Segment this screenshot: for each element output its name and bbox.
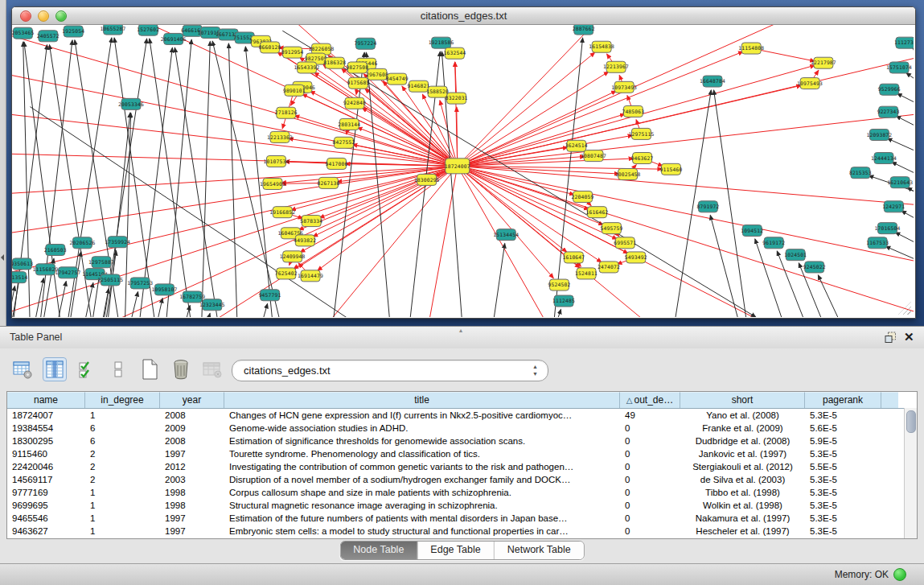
graph-node[interactable]: 12323445: [199, 299, 225, 311]
table-cell[interactable]: 0: [620, 512, 680, 525]
graph-node[interactable]: 12093872: [866, 129, 892, 140]
graph-node[interactable]: 2803144: [338, 118, 360, 130]
table-cell[interactable]: Corpus callosum shape and size in male p…: [224, 486, 620, 499]
table-cell[interactable]: 5.3E-5: [805, 486, 881, 499]
graph-node[interactable]: 8912954: [281, 47, 304, 58]
table-cell[interactable]: 5.6E-5: [805, 422, 881, 435]
table-cell[interactable]: 6: [85, 435, 160, 447]
table-cell[interactable]: 0: [620, 499, 680, 512]
table-cell[interactable]: 0: [620, 447, 680, 460]
graph-node[interactable]: 3913514: [12, 272, 28, 283]
graph-node[interactable]: 1242971: [882, 201, 905, 212]
graph-node[interactable]: 7957224: [354, 38, 376, 49]
table-cell[interactable]: Changes of HCN gene expression and I(f) …: [224, 409, 620, 422]
graph-node[interactable]: 17016504: [875, 223, 901, 234]
graph-node[interactable]: 5878334: [300, 216, 322, 227]
graph-node[interactable]: 2204059: [572, 191, 594, 202]
table-row[interactable]: 977716911998Corpus callosum shape and si…: [7, 486, 917, 499]
graph-node[interactable]: 9175685: [347, 77, 369, 89]
graph-node[interactable]: 5493492: [625, 252, 647, 263]
graph-node[interactable]: 10107534: [263, 156, 289, 167]
table-cell[interactable]: 2003: [160, 473, 224, 486]
table-cell[interactable]: 1: [85, 512, 160, 525]
graph-node[interactable]: 9890101: [283, 84, 306, 96]
new-column-icon[interactable]: [138, 358, 161, 381]
table-cell[interactable]: 0: [620, 525, 680, 538]
table-cell[interactable]: Embryonic stem cells: a model to study s…: [224, 525, 620, 538]
network-canvas[interactable]: 1872400718300295205346524055721925054106…: [12, 25, 914, 317]
graph-node[interactable]: 8427552: [333, 137, 355, 148]
graph-node[interactable]: 1925054: [62, 26, 84, 37]
graph-node[interactable]: 20053346: [118, 98, 144, 109]
table-cell[interactable]: Tibbo et al. (1998): [680, 486, 805, 499]
graph-node[interactable]: 8660128: [259, 42, 281, 53]
graph-node[interactable]: 1524811: [575, 268, 598, 279]
table-cell[interactable]: 5.3E-5: [805, 499, 881, 512]
table-cell[interactable]: Estimation of significance thresholds fo…: [224, 435, 620, 447]
table-cell[interactable]: de Silva et al. (2003): [680, 473, 805, 486]
graph-node[interactable]: 10807487: [581, 150, 606, 162]
graph-node[interactable]: 9115460: [659, 163, 682, 175]
table-vertical-scrollbar[interactable]: [904, 408, 917, 538]
graph-node[interactable]: 3624514: [565, 140, 588, 151]
panel-splitter-handle[interactable]: ▴: [459, 327, 462, 334]
table-cell[interactable]: Jankovic et al. (1997): [680, 447, 805, 460]
table-cell[interactable]: 6: [85, 422, 160, 435]
table-cell[interactable]: 1: [85, 486, 160, 499]
graph-node[interactable]: 15134454: [493, 229, 519, 241]
table-row[interactable]: 969969511998Structural magnetic resonanc…: [7, 499, 917, 512]
table-cell[interactable]: 5.3E-5: [805, 512, 881, 525]
table-cell[interactable]: 2008: [160, 435, 224, 447]
table-cell[interactable]: 2012: [160, 460, 224, 473]
graph-node[interactable]: 1616462: [586, 207, 609, 218]
graph-node[interactable]: 12505115: [97, 274, 123, 286]
graph-node[interactable]: 1610647: [562, 252, 585, 263]
table-cell[interactable]: 5.3E-5: [805, 409, 881, 422]
graph-node[interactable]: 9350613: [12, 258, 33, 270]
show-columns-icon[interactable]: [43, 357, 67, 381]
graph-node[interactable]: 2718126: [275, 107, 298, 118]
graph-node[interactable]: 8267130: [318, 177, 340, 188]
table-cell[interactable]: Wolkin et al. (1998): [680, 499, 805, 512]
table-cell[interactable]: 5.3E-5: [805, 447, 881, 460]
column-header-title[interactable]: title: [224, 392, 620, 408]
table-row[interactable]: 911546021997Tourette syndrome. Phenomeno…: [7, 447, 917, 460]
delete-table-icon[interactable]: [201, 358, 224, 381]
column-header-out_de[interactable]: △out_de…: [620, 392, 680, 408]
graph-node[interactable]: 10958107: [151, 284, 177, 295]
left-panel-splitter[interactable]: [0, 0, 6, 326]
table-cell[interactable]: 18724007: [7, 409, 85, 422]
tab-node-table[interactable]: Node Table: [340, 542, 417, 559]
table-cell[interactable]: 1998: [160, 499, 224, 512]
graph-node[interactable]: 1632544: [443, 47, 466, 59]
graph-node[interactable]: 10025458: [615, 168, 641, 179]
table-row[interactable]: 1830029562008Estimation of significance …: [7, 435, 917, 447]
graph-node[interactable]: 5495759: [600, 223, 622, 234]
table-cell[interactable]: Disruption of a novel member of a sodium…: [224, 473, 620, 486]
table-cell[interactable]: 5.5E-5: [805, 460, 881, 473]
table-cell[interactable]: 5.9E-5: [805, 435, 881, 447]
graph-node[interactable]: 12409948: [280, 251, 306, 262]
graph-node[interactable]: 12213967: [603, 61, 629, 72]
graph-node[interactable]: 9529966: [878, 84, 901, 95]
memory-status-dot[interactable]: [893, 568, 906, 581]
table-cell[interactable]: 0: [620, 486, 680, 499]
graph-node[interactable]: 7485063: [622, 105, 644, 117]
table-row[interactable]: 1938455462009Genome-wide association stu…: [7, 422, 917, 435]
table-cell[interactable]: 18300295: [7, 435, 85, 447]
graph-node[interactable]: 2887662: [573, 25, 595, 35]
table-cell[interactable]: 1: [85, 499, 160, 512]
table-mode-icon[interactable]: [11, 358, 34, 381]
table-cell[interactable]: Dudbridge et al. (2008): [680, 435, 805, 447]
graph-node[interactable]: 2474072: [598, 262, 620, 273]
tab-edge-table[interactable]: Edge Table: [417, 542, 494, 559]
graph-node[interactable]: 17359924: [105, 237, 130, 248]
table-cell[interactable]: Investigating the contribution of common…: [224, 460, 620, 473]
graph-node[interactable]: 19166852: [269, 207, 295, 218]
graph-node[interactable]: 9619172: [762, 237, 785, 249]
table-cell[interactable]: Franke et al. (2009): [680, 422, 805, 435]
float-panel-icon[interactable]: [885, 332, 897, 344]
graph-node[interactable]: 9245022: [803, 262, 826, 273]
graph-node[interactable]: 1094512: [741, 225, 763, 237]
table-cell[interactable]: Genome-wide association studies in ADHD.: [224, 422, 620, 435]
